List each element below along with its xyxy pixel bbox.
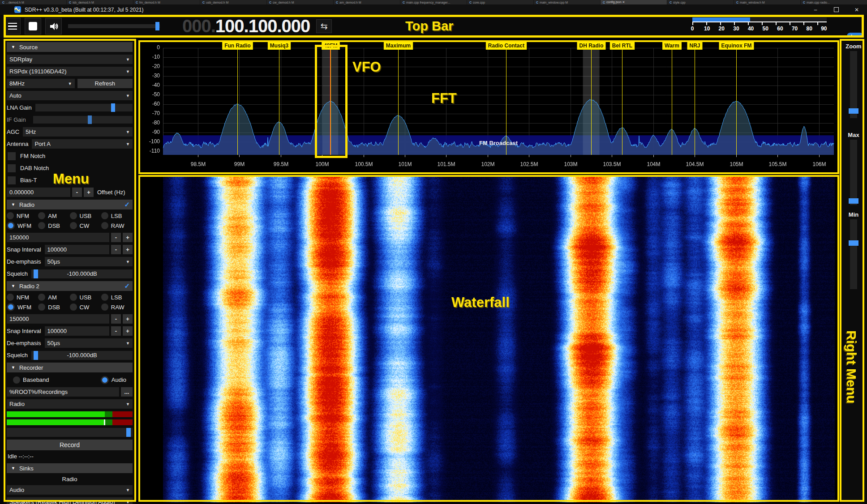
menu-toggle-button[interactable]: [4, 18, 21, 34]
radio2-section-header[interactable]: ▼ Radio 2 ✓: [7, 281, 133, 291]
editor-tab[interactable]: Ccore.cpp: [467, 0, 533, 4]
editor-tab[interactable]: Cmain_window.cpp M: [534, 0, 600, 4]
recorder-section-header[interactable]: ▼ Recorder: [7, 363, 133, 372]
r2-snap-minus-button[interactable]: -: [111, 326, 121, 336]
r2-snap-plus-button[interactable]: +: [123, 326, 133, 336]
zoom-slider[interactable]: [850, 51, 857, 118]
offset-plus-button[interactable]: +: [84, 188, 94, 197]
if-gain-handle[interactable]: [88, 115, 92, 124]
r2-squelch-slider[interactable]: -100.000dB: [31, 351, 133, 360]
r2-bw-minus-button[interactable]: -: [111, 314, 121, 324]
close-button[interactable]: ✕: [846, 4, 867, 15]
volume-slider-handle[interactable]: [155, 22, 159, 30]
zoom-slider-handle[interactable]: [849, 108, 858, 114]
bandwidth-select[interactable]: 8MHz ▼: [7, 79, 75, 88]
maximize-button[interactable]: [826, 4, 846, 15]
bias-t-checkbox[interactable]: [8, 176, 16, 184]
lna-gain-slider[interactable]: [35, 104, 133, 111]
min-slider-handle[interactable]: [849, 240, 858, 246]
mode-raw[interactable]: RAW: [101, 222, 133, 230]
mute-button[interactable]: [45, 18, 62, 34]
r2-mode-wfm[interactable]: WFM: [7, 303, 38, 311]
r2-mode-raw[interactable]: RAW: [101, 303, 133, 311]
stop-button[interactable]: [25, 18, 41, 34]
r2-bw-plus-button[interactable]: +: [123, 314, 133, 324]
max-slider-handle[interactable]: [849, 198, 858, 204]
r2-bandwidth-input[interactable]: 150000: [7, 314, 109, 324]
r2-deemphasis-select[interactable]: 50µs ▼: [45, 338, 133, 348]
mode-usb[interactable]: USB: [70, 212, 101, 219]
mode-lsb[interactable]: LSB: [101, 212, 133, 219]
r2-mode-cw[interactable]: CW: [70, 303, 101, 311]
module-enabled-check-icon[interactable]: ✓: [124, 282, 130, 290]
frequency-display[interactable]: 000.100.100.000: [182, 16, 310, 36]
radio-bandwidth-input[interactable]: 150000: [7, 233, 109, 242]
editor-tab[interactable]: Cfm_demod.h M: [133, 0, 200, 4]
refresh-button[interactable]: Refresh: [77, 79, 133, 88]
recorder-stream-select[interactable]: Radio ▼: [7, 399, 133, 409]
recording-path-input[interactable]: %ROOT%/Recordings: [7, 387, 119, 397]
recorder-mode-audio[interactable]: Audio: [101, 376, 126, 384]
r2-mode-lsb[interactable]: LSB: [101, 294, 133, 301]
r2-snap-interval-input[interactable]: 100000: [45, 326, 109, 336]
dab-notch-checkbox[interactable]: [8, 164, 16, 172]
squelch-slider[interactable]: -100.000dB: [31, 269, 133, 278]
offset-input[interactable]: 0.000000: [7, 188, 70, 197]
sink-stream-name: Radio: [7, 476, 133, 483]
mode-cw[interactable]: CW: [70, 222, 101, 230]
mode-wfm[interactable]: WFM: [7, 222, 38, 230]
source-driver-select[interactable]: SDRplay ▼: [7, 55, 133, 64]
editor-tab[interactable]: Cconfig.json ✕: [601, 0, 667, 4]
waterfall[interactable]: [138, 175, 839, 502]
vfo-center-toggle-button[interactable]: ⇆: [316, 19, 332, 33]
frequency-main-digits[interactable]: 100.100.000: [215, 16, 310, 36]
sink-device-select[interactable]: Speakers (Realtek High Definition Audio)…: [7, 497, 133, 504]
bw-minus-button[interactable]: -: [111, 233, 121, 242]
volume-slider[interactable]: [68, 24, 160, 28]
if-mode-select[interactable]: Auto ▼: [7, 91, 133, 100]
editor-tab[interactable]: Cisb_demod.h M: [67, 0, 133, 4]
agc-select[interactable]: 5Hz ▼: [23, 127, 133, 137]
mode-dsb[interactable]: DSB: [38, 222, 69, 230]
r2-mode-usb[interactable]: USB: [70, 294, 101, 301]
fm-notch-checkbox[interactable]: [8, 152, 16, 160]
record-button[interactable]: Record: [7, 440, 133, 450]
antenna-select[interactable]: Port A ▼: [32, 139, 133, 149]
snap-plus-button[interactable]: +: [123, 245, 133, 254]
r2-mode-nfm[interactable]: NFM: [7, 294, 38, 301]
editor-tab[interactable]: Cam_demod.h M: [334, 0, 400, 4]
editor-tab[interactable]: Cstyle.cpp: [667, 0, 734, 4]
snap-interval-input[interactable]: 100000: [45, 245, 109, 254]
bw-plus-button[interactable]: +: [123, 233, 133, 242]
snap-minus-button[interactable]: -: [111, 245, 121, 254]
source-section-header[interactable]: ▼ Source: [7, 42, 133, 52]
browse-button[interactable]: ...: [121, 387, 133, 397]
editor-tab[interactable]: C...demod.h M: [0, 0, 66, 4]
editor-tab[interactable]: Ccw_demod.h M: [267, 0, 333, 4]
recorder-volume-slider[interactable]: [7, 428, 133, 437]
offset-minus-button[interactable]: -: [72, 188, 82, 197]
frequency-dim-digits[interactable]: 000.: [182, 16, 215, 36]
fft-plot[interactable]: [138, 39, 839, 174]
module-enabled-check-icon[interactable]: ✓: [124, 201, 130, 209]
editor-tab[interactable]: Cmain.cpp radio...: [801, 0, 867, 4]
if-gain-slider[interactable]: [33, 116, 133, 124]
source-device-select[interactable]: RSPdx (191106DA42) ▼: [7, 67, 133, 76]
deemphasis-select[interactable]: 50µs ▼: [45, 257, 133, 266]
sinks-section-header[interactable]: ▼ Sinks: [7, 463, 133, 473]
minimize-button[interactable]: –: [805, 4, 826, 15]
editor-tab[interactable]: Cmain_window.h M: [734, 0, 800, 4]
r2-mode-dsb[interactable]: DSB: [38, 303, 69, 311]
min-slider[interactable]: [850, 219, 857, 289]
r2-mode-am[interactable]: AM: [38, 294, 69, 301]
lna-gain-handle[interactable]: [111, 103, 115, 112]
editor-tab[interactable]: Cmain.cpp frequency_manager...: [400, 0, 467, 4]
editor-tab[interactable]: Cusb_demod.h M: [200, 0, 266, 4]
recorder-volume-handle[interactable]: [126, 428, 131, 437]
recorder-mode-baseband[interactable]: Baseband: [13, 376, 49, 384]
radio-section-header[interactable]: ▼ Radio ✓: [7, 200, 133, 209]
mode-nfm[interactable]: NFM: [7, 212, 38, 219]
sink-type-select[interactable]: Audio ▼: [7, 485, 133, 495]
max-slider[interactable]: [850, 140, 857, 205]
mode-am[interactable]: AM: [38, 212, 69, 219]
